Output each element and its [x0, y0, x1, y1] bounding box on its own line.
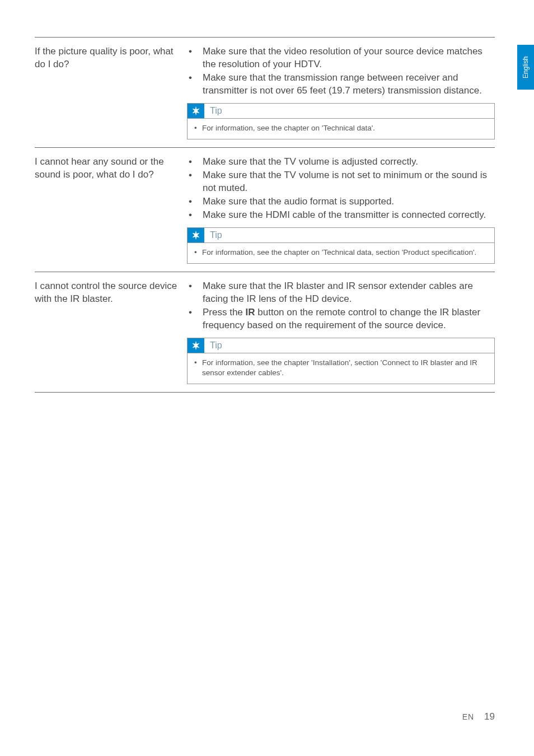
tip-box: Tip • For information, see the chapter '… [187, 338, 495, 384]
tip-bullet: • For information, see the chapter 'Inst… [194, 358, 488, 378]
bullet-icon: • [186, 169, 203, 195]
asterisk-icon [188, 228, 204, 242]
tip-bullet: • For information, see the chapter on 'T… [194, 248, 488, 258]
asterisk-icon [188, 104, 204, 118]
bullet-text: Make sure the HDMI cable of the transmit… [203, 209, 495, 222]
tip-text: For information, see the chapter 'Instal… [202, 358, 488, 378]
list-item: • Press the IR button on the remote cont… [186, 306, 495, 332]
bullet-icon: • [186, 45, 203, 71]
tip-label: Tip [204, 106, 222, 116]
bullet-icon: • [186, 195, 203, 208]
tip-bullet: • For information, see the chapter on 'T… [194, 123, 488, 133]
tip-box: Tip • For information, see the chapter o… [187, 103, 495, 139]
bullet-list: • Make sure that the video resolution of… [186, 45, 495, 97]
tip-header: Tip [188, 228, 494, 243]
tip-label: Tip [204, 340, 222, 351]
bullet-text: Press the IR button on the remote contro… [203, 306, 495, 332]
tip-label: Tip [204, 230, 222, 240]
page-content: If the picture quality is poor, what do … [0, 0, 534, 393]
list-item: • Make sure that the TV volume is not se… [186, 169, 495, 195]
bullet-icon: • [186, 72, 203, 97]
faq-section: I cannot control the source device with … [35, 272, 495, 393]
faq-question: I cannot control the source device with … [35, 280, 186, 384]
tip-box: Tip • For information, see the chapter o… [187, 227, 495, 264]
bullet-icon: • [194, 358, 202, 378]
bullet-text: Make sure that the video resolution of y… [203, 45, 495, 71]
faq-answer: • Make sure that the video resolution of… [186, 45, 495, 139]
list-item: • Make sure the HDMI cable of the transm… [186, 209, 495, 222]
bullet-list: • Make sure that the TV volume is adjust… [186, 156, 495, 222]
footer-language: EN [462, 712, 474, 721]
asterisk-icon [188, 338, 204, 353]
bullet-text: Make sure that the transmission range be… [203, 72, 495, 97]
bullet-list: • Make sure that the IR blaster and IR s… [186, 280, 495, 332]
tip-body: • For information, see the chapter on 'T… [188, 119, 494, 139]
tip-body: • For information, see the chapter 'Inst… [188, 353, 494, 384]
faq-answer: • Make sure that the IR blaster and IR s… [186, 280, 495, 384]
faq-answer: • Make sure that the TV volume is adjust… [186, 156, 495, 264]
page-footer: EN 19 [462, 711, 495, 722]
list-item: • Make sure that the transmission range … [186, 72, 495, 97]
list-item: • Make sure that the TV volume is adjust… [186, 156, 495, 169]
tip-text: For information, see the chapter on 'Tec… [202, 248, 476, 258]
faq-question: I cannot hear any sound or the sound is … [35, 156, 186, 264]
list-item: • Make sure that the video resolution of… [186, 45, 495, 71]
faq-section: If the picture quality is poor, what do … [35, 37, 495, 147]
tip-text: For information, see the chapter on 'Tec… [202, 123, 375, 133]
faq-section: I cannot hear any sound or the sound is … [35, 147, 495, 272]
language-tab: English [517, 45, 534, 90]
list-item: • Make sure that the IR blaster and IR s… [186, 280, 495, 306]
footer-page-number: 19 [484, 711, 495, 722]
bullet-icon: • [194, 123, 202, 133]
bullet-text: Make sure that the TV volume is not set … [203, 169, 495, 195]
bullet-icon: • [186, 306, 203, 332]
bullet-icon: • [186, 209, 203, 222]
list-item: • Make sure that the audio format is sup… [186, 195, 495, 208]
bullet-icon: • [194, 248, 202, 258]
bullet-text: Make sure that the TV volume is adjusted… [203, 156, 495, 169]
bullet-text: Make sure that the audio format is suppo… [203, 195, 495, 208]
tip-header: Tip [188, 338, 494, 353]
bullet-text: Make sure that the IR blaster and IR sen… [203, 280, 495, 306]
tip-header: Tip [188, 104, 494, 119]
bullet-icon: • [186, 280, 203, 306]
faq-question: If the picture quality is poor, what do … [35, 45, 186, 139]
bullet-icon: • [186, 156, 203, 169]
tip-body: • For information, see the chapter on 'T… [188, 243, 494, 263]
